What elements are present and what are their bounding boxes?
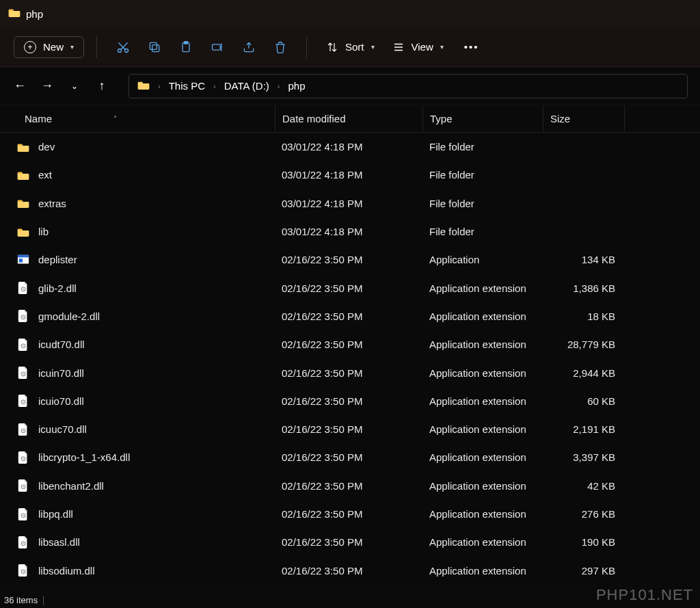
file-size: 2,191 KB	[543, 423, 625, 435]
header-size[interactable]: Size	[543, 105, 625, 132]
table-row[interactable]: lib03/01/22 4:18 PMFile folder	[0, 217, 700, 246]
file-size: 18 KB	[543, 310, 625, 322]
recent-dropdown[interactable]: ⌄	[67, 81, 82, 91]
file-date: 02/16/22 3:50 PM	[275, 480, 422, 492]
paste-button[interactable]	[172, 34, 200, 61]
nav-bar: ← → ⌄ ↑ › This PC › DATA (D:) › php	[0, 67, 700, 105]
svg-point-11	[23, 289, 24, 290]
status-bar: 36 items	[0, 592, 700, 608]
cut-button[interactable]	[109, 34, 137, 61]
table-row[interactable]: libcrypto-1_1-x64.dll02/16/22 3:50 PMApp…	[0, 443, 700, 471]
breadcrumb[interactable]: php	[288, 80, 305, 92]
chevron-right-icon: ›	[213, 82, 216, 90]
file-size: 1,386 KB	[543, 282, 625, 294]
table-row[interactable]: libpq.dll02/16/22 3:50 PMApplication ext…	[0, 500, 700, 528]
svg-rect-6	[213, 44, 221, 49]
folder-icon	[8, 8, 21, 20]
svg-point-0	[118, 49, 122, 52]
file-name: gmodule-2.dll	[38, 310, 100, 322]
file-date: 02/16/22 3:50 PM	[275, 508, 422, 520]
breadcrumb[interactable]: This PC	[169, 80, 205, 92]
table-row[interactable]: glib-2.dll02/16/22 3:50 PMApplication ex…	[0, 274, 700, 302]
back-button[interactable]: ←	[12, 79, 27, 93]
dll-icon	[16, 281, 30, 295]
file-date: 02/16/22 3:50 PM	[275, 423, 422, 435]
table-row[interactable]: extras03/01/22 4:18 PMFile folder	[0, 189, 700, 217]
file-type: Application extension	[422, 423, 543, 435]
file-date: 02/16/22 3:50 PM	[275, 367, 422, 379]
list-icon	[392, 41, 405, 53]
file-name: glib-2.dll	[38, 282, 77, 294]
table-row[interactable]: dev03/01/22 4:18 PMFile folder	[0, 133, 700, 161]
file-size: 42 KB	[543, 480, 625, 492]
file-name: icudt70.dll	[38, 339, 85, 350]
toolbar-separator	[96, 36, 97, 58]
file-type: Application extension	[422, 508, 543, 520]
table-row[interactable]: icuuc70.dll02/16/22 3:50 PMApplication e…	[0, 415, 700, 443]
svg-rect-3	[150, 42, 157, 49]
file-type: Application	[422, 254, 543, 265]
table-row[interactable]: libenchant2.dll02/16/22 3:50 PMApplicati…	[0, 472, 700, 500]
file-name: ext	[38, 169, 52, 181]
sort-button[interactable]: Sort ▾	[319, 37, 381, 57]
chevron-right-icon: ›	[278, 82, 280, 90]
title-bar: php	[0, 0, 700, 27]
file-type: Application extension	[422, 367, 543, 379]
table-row[interactable]: ext03/01/22 4:18 PMFile folder	[0, 161, 700, 189]
table-row[interactable]: deplister02/16/22 3:50 PMApplication134 …	[0, 246, 700, 274]
header-name[interactable]: Name ˄	[0, 113, 275, 124]
file-type: Application extension	[422, 395, 543, 407]
table-row[interactable]: gmodule-2.dll02/16/22 3:50 PMApplication…	[0, 302, 700, 330]
file-date: 03/01/22 4:18 PM	[275, 169, 422, 181]
share-button[interactable]	[235, 34, 262, 61]
rename-button[interactable]	[204, 34, 231, 61]
file-size: 134 KB	[543, 254, 625, 265]
header-date[interactable]: Date modified	[275, 105, 422, 132]
file-date: 02/16/22 3:50 PM	[275, 282, 422, 294]
file-name: libsasl.dll	[38, 536, 80, 548]
file-type: Application extension	[422, 451, 543, 463]
svg-point-13	[23, 317, 24, 318]
table-row[interactable]: icuio70.dll02/16/22 3:50 PMApplication e…	[0, 387, 700, 415]
header-date-label: Date modified	[282, 113, 346, 124]
header-type[interactable]: Type	[422, 105, 543, 132]
header-type-label: Type	[430, 113, 453, 124]
view-button[interactable]: View ▾	[386, 37, 450, 57]
folder-icon	[16, 225, 30, 239]
up-button[interactable]: ↑	[94, 79, 109, 93]
address-bar[interactable]: › This PC › DATA (D:) › php	[129, 74, 688, 98]
breadcrumb[interactable]: DATA (D:)	[224, 80, 269, 92]
file-name: icuio70.dll	[38, 395, 84, 407]
svg-point-19	[23, 401, 24, 403]
folder-icon	[137, 80, 150, 92]
file-size: 2,944 KB	[543, 367, 625, 379]
svg-point-21	[23, 430, 24, 432]
svg-point-27	[23, 514, 24, 516]
file-name: icuuc70.dll	[38, 423, 87, 435]
chevron-right-icon: ›	[158, 82, 161, 90]
dll-icon	[16, 564, 30, 577]
folder-icon	[16, 196, 30, 210]
header-name-label: Name	[25, 113, 52, 124]
svg-rect-8	[18, 255, 29, 258]
new-button[interactable]: + New ▾	[14, 36, 84, 58]
svg-point-17	[23, 373, 24, 375]
table-row[interactable]: libsasl.dll02/16/22 3:50 PMApplication e…	[0, 528, 700, 556]
file-size: 60 KB	[543, 395, 625, 407]
forward-button[interactable]: →	[40, 79, 55, 93]
delete-button[interactable]	[267, 34, 294, 61]
file-name: extras	[38, 198, 66, 209]
dll-icon	[16, 366, 30, 380]
file-type: Application extension	[422, 480, 543, 492]
svg-point-23	[23, 458, 24, 460]
dll-icon	[16, 423, 30, 436]
table-row[interactable]: icuin70.dll02/16/22 3:50 PMApplication e…	[0, 358, 700, 386]
toolbar: + New ▾ Sort ▾ View ▾ •••	[0, 27, 700, 67]
copy-button[interactable]	[141, 34, 168, 61]
watermark: PHP101.NET	[596, 586, 693, 604]
table-row[interactable]: libsodium.dll02/16/22 3:50 PMApplication…	[0, 556, 700, 584]
file-name: icuin70.dll	[38, 367, 84, 379]
table-row[interactable]: icudt70.dll02/16/22 3:50 PMApplication e…	[0, 330, 700, 358]
more-button[interactable]: •••	[455, 37, 489, 57]
window-title: php	[26, 8, 43, 20]
